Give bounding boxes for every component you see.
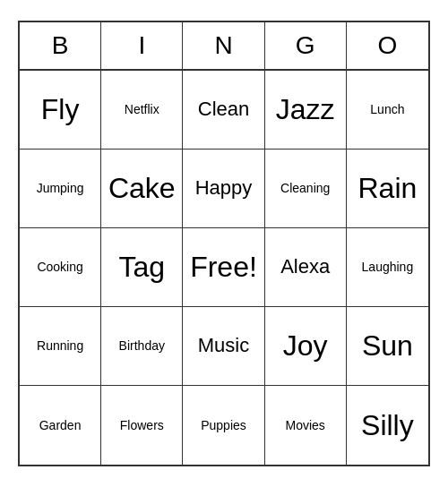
cell-text: Running: [37, 338, 83, 354]
cell-text: Silly: [361, 408, 414, 442]
header-letter: I: [101, 22, 183, 69]
bingo-cell: Free!: [183, 228, 264, 307]
bingo-cell: Rain: [347, 150, 428, 228]
cell-text: Joy: [283, 329, 328, 363]
bingo-cell: Joy: [265, 307, 347, 386]
cell-text: Birthday: [119, 338, 165, 354]
header-letter: N: [183, 22, 264, 69]
cell-text: Garden: [39, 418, 82, 433]
cell-text: Flowers: [120, 418, 164, 433]
bingo-cell: Puppies: [183, 386, 264, 465]
bingo-cell: Cleaning: [265, 150, 347, 228]
cell-text: Tag: [118, 250, 165, 284]
cell-text: Clean: [198, 98, 249, 121]
bingo-cell: Netflix: [101, 71, 183, 150]
cell-text: Happy: [195, 176, 253, 200]
bingo-cell: Music: [183, 307, 264, 386]
bingo-cell: Lunch: [347, 71, 428, 150]
cell-text: Cleaning: [280, 181, 330, 196]
bingo-cell: Laughing: [347, 228, 428, 307]
cell-text: Free!: [190, 250, 257, 284]
bingo-cell: Silly: [347, 386, 428, 465]
bingo-cell: Flowers: [101, 386, 183, 465]
bingo-cell: Sun: [347, 307, 428, 386]
cell-text: Lunch: [370, 102, 404, 117]
header-letter: G: [265, 22, 347, 69]
bingo-cell: Birthday: [101, 307, 183, 386]
bingo-cell: Fly: [20, 71, 101, 150]
cell-text: Laughing: [362, 260, 414, 275]
bingo-cell: Jazz: [265, 71, 347, 150]
cell-text: Alexa: [280, 255, 330, 278]
cell-text: Jumping: [37, 181, 84, 196]
cell-text: Cooking: [37, 260, 82, 275]
cell-text: Movies: [286, 418, 325, 433]
cell-text: Netflix: [125, 102, 159, 117]
header-letter: O: [347, 22, 428, 69]
cell-text: Fly: [41, 92, 80, 126]
bingo-cell: Jumping: [20, 150, 101, 228]
bingo-cell: Tag: [101, 228, 183, 307]
bingo-cell: Cooking: [20, 228, 101, 307]
cell-text: Jazz: [276, 92, 335, 126]
bingo-cell: Movies: [265, 386, 347, 465]
bingo-cell: Garden: [20, 386, 101, 465]
cell-text: Music: [198, 334, 249, 357]
bingo-grid: FlyNetflixCleanJazzLunchJumpingCakeHappy…: [20, 71, 428, 465]
bingo-cell: Clean: [183, 71, 264, 150]
bingo-cell: Running: [20, 307, 101, 386]
bingo-cell: Cake: [101, 150, 183, 228]
cell-text: Rain: [358, 171, 417, 205]
header-letter: B: [20, 22, 101, 69]
cell-text: Sun: [362, 329, 413, 363]
bingo-header: BINGO: [20, 22, 428, 71]
cell-text: Puppies: [201, 418, 246, 433]
cell-text: Cake: [108, 171, 176, 205]
bingo-card: BINGO FlyNetflixCleanJazzLunchJumpingCak…: [18, 21, 430, 466]
bingo-cell: Alexa: [265, 228, 347, 307]
bingo-cell: Happy: [183, 150, 264, 228]
